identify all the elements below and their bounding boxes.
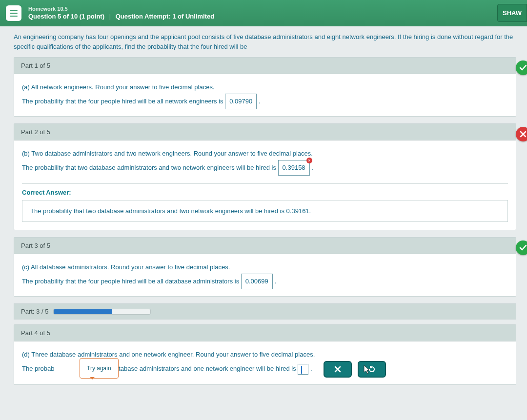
part-prompt: (a) All network engineers. Round your an… [22,81,508,94]
progress-label: Part: 3 / 5 [21,308,48,315]
sentence-post: . [274,278,276,285]
part-4-card: Part 4 of 5 (d) Three database administr… [14,324,516,385]
try-again-tooltip[interactable]: Try again [80,358,119,379]
part-header: Part 3 of 5 [14,238,516,254]
sentence-post: . [310,365,312,372]
menu-icon[interactable] [6,5,21,21]
part-header: Part 1 of 5 [14,58,516,74]
content-area: An engineering company has four openings… [0,26,527,385]
answer-input[interactable]: 0.00699 [241,274,273,289]
answer-input[interactable] [298,364,308,375]
part-2-card: Part 2 of 5 (b) Two database administrat… [14,123,516,230]
sentence-pre: The probability that the four people hir… [22,278,241,285]
part-1-card: Part 1 of 5 (a) All network engineers. R… [14,57,516,117]
clear-button[interactable] [324,361,352,378]
check-icon [516,240,527,255]
header-bar: Homework 10.5 Question 5 of 10 (1 point)… [0,0,527,26]
reset-button[interactable] [358,361,386,378]
part-3-card: Part 3 of 5 (c) All database administrat… [14,237,516,297]
homework-title: Homework 10.5 [28,5,214,12]
user-button[interactable]: SHAW [497,4,527,22]
sentence-pre: The probability that the four people hir… [22,98,225,105]
progress-bar [53,309,151,315]
question-intro: An engineering company has four openings… [14,32,516,51]
answer-input[interactable]: 0.39158 × [278,160,310,176]
correct-answer-block: Correct Answer: The probability that two… [22,189,508,222]
sentence-post: . [311,164,313,171]
answer-input[interactable]: 0.09790 [225,94,257,109]
question-number: Question 5 of 10 (1 point) [28,13,104,20]
progress-fill [54,309,112,314]
part-header: Part 2 of 5 [14,124,516,140]
sentence-post: . [259,98,261,105]
header-title-block: Homework 10.5 Question 5 of 10 (1 point)… [28,5,214,20]
sentence-pre: The probability that two database admini… [22,164,278,171]
wrong-badge-icon: × [306,158,312,163]
sentence-pre: The probab [22,365,55,372]
attempt-info: Question Attempt: 1 of Unlimited [116,13,214,20]
part-prompt: (b) Two database administrators and two … [22,147,508,160]
correct-answer-label: Correct Answer: [22,189,508,196]
x-icon [516,127,527,141]
part-prompt: (c) All database administrators. Round y… [22,261,508,274]
correct-answer-text: The probability that two database admini… [22,200,508,222]
sentence-mid: database administrators and one network … [112,365,298,372]
progress-row: Part: 3 / 5 [14,303,516,320]
check-icon [516,60,527,75]
part-header: Part 4 of 5 [14,325,516,341]
